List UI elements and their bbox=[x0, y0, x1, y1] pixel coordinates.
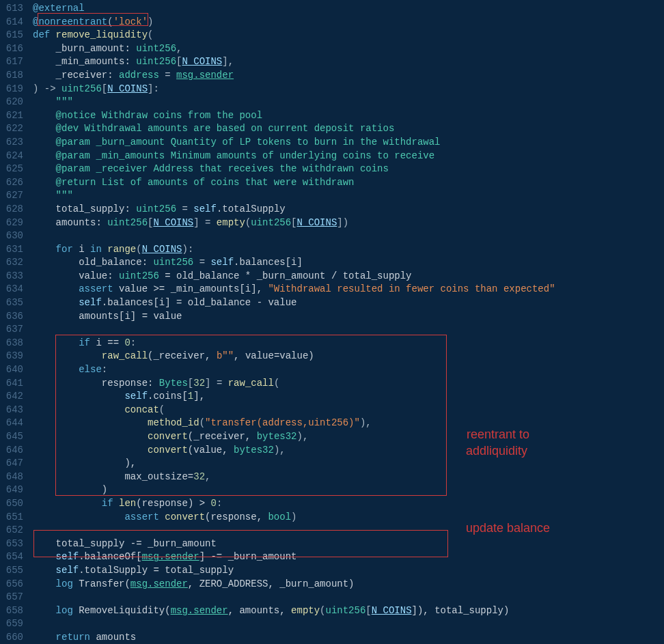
token-punct: ), bbox=[360, 417, 372, 428]
token-type: uint256 bbox=[136, 43, 176, 54]
token-fn: convert bbox=[148, 431, 188, 442]
token-type: uint256 bbox=[107, 217, 148, 228]
token-ident bbox=[33, 605, 56, 616]
line-number: 631 bbox=[0, 243, 23, 257]
line-number: 643 bbox=[0, 404, 23, 417]
token-kw: def bbox=[33, 29, 56, 40]
token-ident bbox=[33, 431, 148, 442]
token-ident: ) bbox=[33, 484, 107, 495]
line-number: 616 bbox=[0, 42, 23, 56]
code-line: old_balance: uint256 = self.balances[i] bbox=[33, 256, 664, 270]
code-line: assert value >= _min_amounts[i], "Withdr… bbox=[33, 283, 664, 296]
token-ident: total_supply -= _burn_amount bbox=[33, 538, 217, 549]
token-ident: i bbox=[79, 244, 90, 255]
token-type: uint256 bbox=[61, 83, 102, 94]
token-ident bbox=[33, 337, 79, 348]
line-number: 657 bbox=[0, 591, 23, 604]
code-line: self.totalSupply = total_supply bbox=[33, 564, 664, 578]
code-line: method_id("transfer(address,uint256)"), bbox=[33, 417, 664, 430]
line-number: 618 bbox=[0, 69, 23, 83]
line-number: 649 bbox=[0, 484, 23, 497]
token-msg: msg.sender bbox=[176, 70, 234, 81]
token-punct: ] = bbox=[193, 217, 217, 228]
line-number: 650 bbox=[0, 497, 23, 511]
token-kw: if bbox=[102, 498, 119, 509]
line-number: 659 bbox=[0, 617, 23, 631]
token-ident: (response) > bbox=[136, 498, 210, 509]
token-punct: [ bbox=[365, 605, 371, 616]
token-ident: value >= _min_amounts[i], bbox=[119, 283, 268, 294]
token-ident: old_balance: bbox=[33, 257, 153, 268]
token-ident: response: bbox=[33, 378, 159, 389]
token-punct: ) bbox=[291, 512, 296, 522]
code-line: response: Bytes[32] = raw_call( bbox=[33, 377, 664, 391]
line-number: 653 bbox=[0, 537, 23, 551]
token-type: uint256 bbox=[119, 270, 159, 281]
line-number: 644 bbox=[0, 417, 23, 430]
line-number: 658 bbox=[0, 604, 23, 618]
token-punct: [ bbox=[291, 217, 296, 228]
token-ident: (_receiver, bbox=[148, 350, 217, 361]
token-punct: ]: bbox=[148, 83, 159, 94]
token-ident: _receiver: bbox=[33, 70, 119, 81]
token-kw: return bbox=[56, 632, 96, 643]
code-line: self.balances[i] = old_balance - value bbox=[33, 296, 664, 310]
token-punct: : bbox=[217, 498, 222, 509]
token-cmt: @param _burn_amount Quantity of LP token… bbox=[33, 137, 441, 148]
code-line: else: bbox=[33, 363, 664, 377]
line-number: 613 bbox=[0, 2, 23, 16]
line-number: 656 bbox=[0, 578, 23, 591]
token-self: self bbox=[56, 551, 79, 562]
line-number: 615 bbox=[0, 29, 23, 42]
code-line: if i == 0: bbox=[33, 337, 664, 350]
code-line: @notice Withdraw coins from the pool bbox=[33, 109, 664, 123]
code-line: _min_amounts: uint256[N_COINS], bbox=[33, 55, 664, 69]
token-fn: empty bbox=[291, 605, 320, 616]
token-ident: (value, bbox=[188, 445, 234, 456]
code-line: @param _receiver Address that receives t… bbox=[33, 163, 664, 176]
token-ident: _burn_amount: bbox=[33, 43, 136, 54]
token-cmt: @notice Withdraw coins from the pool bbox=[33, 110, 262, 121]
token-ident: value: bbox=[33, 270, 119, 281]
code-line: return amounts bbox=[33, 631, 664, 644]
token-punct: [ bbox=[188, 378, 193, 389]
token-ident: .coins[ bbox=[148, 391, 188, 402]
token-punct: ]) bbox=[337, 217, 348, 228]
code-line: raw_call(_receiver, b"", value=value) bbox=[33, 350, 664, 363]
line-number: 620 bbox=[0, 96, 23, 109]
line-number: 639 bbox=[0, 350, 23, 363]
token-ident bbox=[33, 565, 56, 576]
code-line: """ bbox=[33, 96, 664, 109]
token-fn: convert bbox=[165, 512, 205, 522]
line-number: 626 bbox=[0, 176, 23, 190]
code-line: amounts: uint256[N_COINS] = empty(uint25… bbox=[33, 216, 664, 230]
code-line: assert convert(response, bool) bbox=[33, 511, 664, 524]
token-punct: ( bbox=[320, 605, 325, 616]
code-line: """ bbox=[33, 189, 664, 203]
token-punct: ( bbox=[107, 16, 113, 27]
token-cmt: @param _receiver Address that receives t… bbox=[33, 163, 389, 174]
token-punct: ( bbox=[148, 29, 153, 40]
line-number: 652 bbox=[0, 524, 23, 537]
code-line: @nonreentrant('lock') bbox=[33, 16, 664, 29]
line-number: 642 bbox=[0, 390, 23, 404]
token-ident: ] -= _burn_amount bbox=[199, 551, 297, 562]
code-line: value: uint256 = old_balance * _burn_amo… bbox=[33, 270, 664, 283]
line-number: 638 bbox=[0, 337, 23, 350]
token-punct: ): bbox=[182, 244, 193, 255]
line-number: 635 bbox=[0, 296, 23, 310]
token-kw: else bbox=[79, 364, 102, 375]
token-type: uint256 bbox=[136, 56, 176, 67]
code-line: total_supply: uint256 = self.totalSupply bbox=[33, 203, 664, 216]
line-number: 633 bbox=[0, 270, 23, 283]
code-line: self.coins[1], bbox=[33, 390, 664, 404]
token-ident bbox=[33, 498, 102, 509]
token-kw: assert bbox=[124, 512, 165, 522]
token-cmt: """ bbox=[33, 190, 73, 201]
line-number: 651 bbox=[0, 511, 23, 524]
code-line: @external bbox=[33, 2, 664, 16]
token-type: Bytes bbox=[159, 378, 188, 389]
token-fn: remove_liquidity bbox=[56, 29, 148, 40]
token-num: 32 bbox=[193, 471, 205, 482]
token-punct: ) bbox=[148, 16, 153, 27]
